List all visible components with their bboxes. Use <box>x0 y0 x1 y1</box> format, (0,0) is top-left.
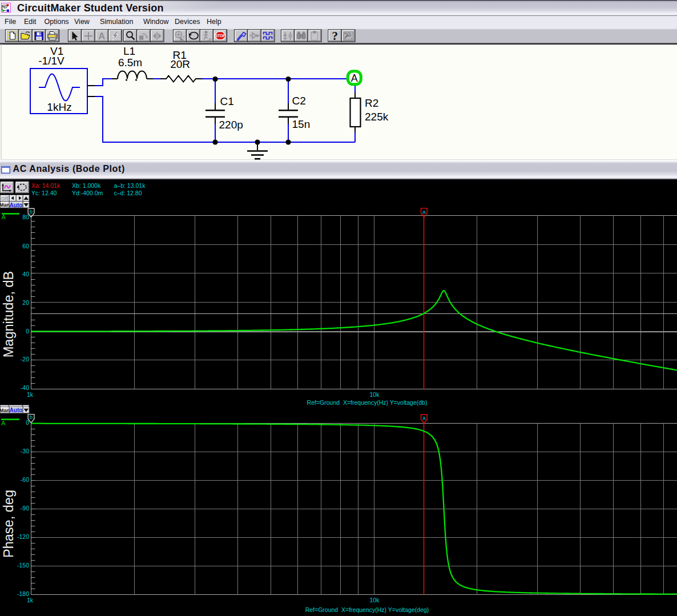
svg-text:L1: L1 <box>123 45 135 57</box>
svg-text:-90: -90 <box>21 505 29 512</box>
svg-text:Xb: 1.000k: Xb: 1.000k <box>72 182 101 189</box>
svg-text:a: a <box>422 208 426 215</box>
svg-text:20: 20 <box>22 299 29 306</box>
svg-text:Yc: 12.40: Yc: 12.40 <box>31 190 57 196</box>
svg-text:b: b <box>30 208 33 215</box>
svg-text:A: A <box>98 31 105 42</box>
svg-text:6.5m: 6.5m <box>118 57 142 69</box>
svg-text:80: 80 <box>22 214 29 220</box>
svg-text:10k: 10k <box>370 391 380 398</box>
svg-text:Phase, deg: Phase, deg <box>1 490 16 558</box>
svg-text:C1: C1 <box>220 95 234 107</box>
svg-text:0: 0 <box>26 328 29 335</box>
svg-text:-60: -60 <box>21 476 29 483</box>
svg-text:Xa: 14.01k: Xa: 14.01k <box>31 182 61 189</box>
svg-text:A: A <box>1 420 6 426</box>
svg-text:STOP: STOP <box>215 34 225 38</box>
svg-text:225k: 225k <box>365 111 389 123</box>
svg-text:Man: Man <box>0 202 10 208</box>
svg-text:40: 40 <box>22 271 29 277</box>
svg-text:a–b: 13.01k: a–b: 13.01k <box>114 182 146 189</box>
svg-text:Ref=Ground X=frequency(Hz) Y=: Ref=Ground X=frequency(Hz) Y=voltage(db) <box>307 399 428 406</box>
svg-text:-30: -30 <box>21 448 29 454</box>
svg-text:-40: -40 <box>21 384 29 391</box>
svg-text:A: A <box>2 214 6 220</box>
svg-text:Ref=Ground X=frequency(Hz) Y=: Ref=Ground X=frequency(Hz) Y=voltage(deg… <box>305 606 429 613</box>
svg-text:1kHz: 1kHz <box>47 101 71 113</box>
svg-text:Off: Off <box>1 196 9 202</box>
svg-text:a: a <box>422 414 426 421</box>
svg-text:-120: -120 <box>17 533 29 540</box>
svg-text:10k: 10k <box>370 597 380 603</box>
svg-text:c–d: 12.80: c–d: 12.80 <box>114 190 142 196</box>
svg-text:60: 60 <box>22 243 29 249</box>
svg-text:b: b <box>30 414 33 420</box>
svg-text:1k: 1k <box>27 597 34 603</box>
svg-text:Auto: Auto <box>10 202 23 208</box>
svg-text:A: A <box>351 73 358 84</box>
svg-text:20R: 20R <box>170 58 190 70</box>
svg-text:-1/1V: -1/1V <box>38 55 65 67</box>
svg-text:-20: -20 <box>21 356 29 363</box>
svg-text:Auto: Auto <box>10 407 23 413</box>
svg-text:R2: R2 <box>365 97 378 109</box>
svg-text:Man: Man <box>0 408 10 413</box>
svg-text:15n: 15n <box>292 118 311 130</box>
svg-text:220p: 220p <box>219 119 243 131</box>
svg-text:C2: C2 <box>292 95 306 107</box>
svg-text:Yd:-400.0m: Yd:-400.0m <box>72 190 103 196</box>
svg-text:?: ? <box>332 29 338 43</box>
svg-text:1k: 1k <box>27 391 34 398</box>
svg-text:-150: -150 <box>17 562 29 569</box>
svg-text:Magnitude, dB: Magnitude, dB <box>1 271 16 358</box>
